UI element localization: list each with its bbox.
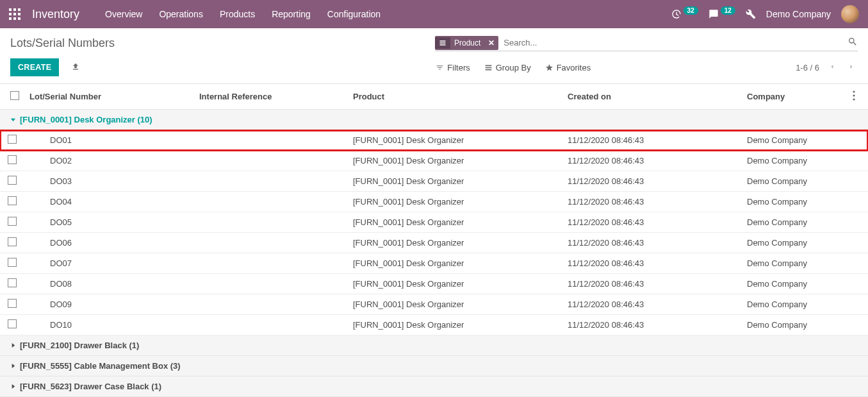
lots-table: Lot/Serial Number Internal Reference Pro… [0,84,868,397]
pager-prev[interactable] [826,60,839,75]
company-selector[interactable]: Demo Company [766,9,831,19]
col-lot[interactable]: Lot/Serial Number [24,84,194,110]
import-button[interactable] [68,59,83,76]
activity-icon[interactable]: 32 [671,9,698,19]
group-row[interactable]: [FURN_2100] Drawer Black (1) [0,335,868,356]
table-row[interactable]: DO09[FURN_0001] Desk Organizer11/12/2020… [0,294,868,315]
col-created[interactable]: Created on [562,84,742,110]
menu-reporting[interactable]: Reporting [272,9,311,19]
cell-lot: DO07 [24,253,194,274]
cell-ref [194,294,348,315]
cell-ref [194,233,348,253]
col-ref[interactable]: Internal Reference [194,84,348,110]
cell-ref [194,151,348,171]
cell-lot: DO01 [24,130,194,151]
row-checkbox[interactable] [8,319,17,328]
funnel-icon [436,63,444,72]
menu-products[interactable]: Products [220,9,255,19]
list-view: Lot/Serial Number Internal Reference Pro… [0,84,868,397]
cell-product: [FURN_0001] Desk Organizer [348,315,562,335]
table-row[interactable]: DO01[FURN_0001] Desk Organizer11/12/2020… [0,130,868,151]
svg-rect-6 [9,17,12,20]
filters-label: Filters [447,63,470,72]
cell-lot: DO02 [24,151,194,171]
cell-created: 11/12/2020 08:46:43 [562,151,742,171]
cell-lot: DO09 [24,294,194,315]
create-button[interactable]: CREATE [10,58,59,76]
nav-right: 32 12 Demo Company [671,5,859,23]
table-row[interactable]: DO08[FURN_0001] Desk Organizer11/12/2020… [0,274,868,294]
menu-operations[interactable]: Operations [159,9,202,19]
select-all-checkbox[interactable] [10,91,19,100]
facet-remove[interactable]: ✕ [484,38,498,47]
table-row[interactable]: DO02[FURN_0001] Desk Organizer11/12/2020… [0,151,868,171]
cell-lot: DO05 [24,212,194,233]
cell-product: [FURN_0001] Desk Organizer [348,171,562,192]
groupby-button[interactable]: Group By [484,63,531,72]
list-icon [484,63,493,72]
row-checkbox[interactable] [8,196,17,205]
favorites-label: Favorites [557,63,591,72]
cell-ref [194,315,348,335]
user-avatar[interactable] [841,5,859,23]
row-checkbox[interactable] [8,258,17,267]
cell-product: [FURN_0001] Desk Organizer [348,274,562,294]
svg-rect-14 [485,69,491,70]
cell-company: Demo Company [742,151,845,171]
col-product[interactable]: Product [348,84,562,110]
group-row[interactable]: [FURN_0001] Desk Organizer (10) [0,110,868,130]
pager-next[interactable] [845,60,858,75]
cell-ref [194,192,348,212]
list-icon [435,37,450,49]
cell-company: Demo Company [742,130,845,151]
messaging-icon[interactable]: 12 [708,9,735,19]
col-company[interactable]: Company [742,84,845,110]
groupby-label: Group By [496,63,531,72]
table-row[interactable]: DO06[FURN_0001] Desk Organizer11/12/2020… [0,233,868,253]
row-checkbox[interactable] [8,176,17,185]
column-options-icon[interactable] [853,90,855,103]
activity-badge: 32 [684,6,698,15]
filters-button[interactable]: Filters [436,63,470,72]
cell-product: [FURN_0001] Desk Organizer [348,253,562,274]
table-row[interactable]: DO03[FURN_0001] Desk Organizer11/12/2020… [0,171,868,192]
svg-rect-3 [9,13,12,15]
svg-rect-8 [18,17,20,20]
table-row[interactable]: DO10[FURN_0001] Desk Organizer11/12/2020… [0,315,868,335]
caret-down-icon [10,115,16,124]
search-input[interactable] [498,36,845,49]
menu-overview[interactable]: Overview [105,9,142,19]
cell-product: [FURN_0001] Desk Organizer [348,130,562,151]
app-title[interactable]: Inventory [32,8,79,21]
row-checkbox[interactable] [8,299,17,308]
cell-ref [194,274,348,294]
cell-lot: DO04 [24,192,194,212]
search-icon[interactable] [848,37,858,49]
cell-lot: DO08 [24,274,194,294]
caret-right-icon [10,361,16,371]
table-row[interactable]: DO05[FURN_0001] Desk Organizer11/12/2020… [0,212,868,233]
cell-product: [FURN_0001] Desk Organizer [348,233,562,253]
group-row[interactable]: [FURN_5623] Drawer Case Black (1) [0,376,868,397]
row-checkbox[interactable] [8,155,17,164]
cell-ref [194,212,348,233]
row-checkbox[interactable] [8,278,17,287]
cell-product: [FURN_0001] Desk Organizer [348,294,562,315]
row-checkbox[interactable] [8,237,17,246]
group-row[interactable]: [FURN_5555] Cable Management Box (3) [0,356,868,376]
cell-created: 11/12/2020 08:46:43 [562,212,742,233]
apps-icon[interactable] [9,8,20,20]
cell-company: Demo Company [742,233,845,253]
favorites-button[interactable]: Favorites [545,63,591,72]
cell-company: Demo Company [742,253,845,274]
cell-created: 11/12/2020 08:46:43 [562,294,742,315]
svg-rect-2 [18,8,20,11]
table-row[interactable]: DO04[FURN_0001] Desk Organizer11/12/2020… [0,192,868,212]
table-row[interactable]: DO07[FURN_0001] Desk Organizer11/12/2020… [0,253,868,274]
debug-icon[interactable] [746,9,756,19]
cell-product: [FURN_0001] Desk Organizer [348,151,562,171]
row-checkbox[interactable] [8,135,17,144]
menu-configuration[interactable]: Configuration [327,9,381,19]
cell-ref [194,130,348,151]
row-checkbox[interactable] [8,217,17,226]
